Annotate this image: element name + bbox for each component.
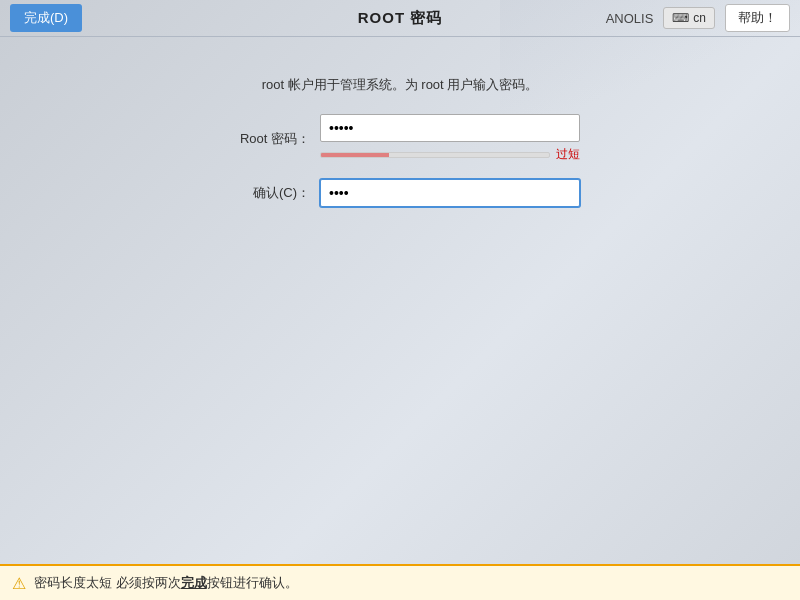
confirm-password-row: 确认(C)： <box>220 179 580 207</box>
warning-highlight: 完成 <box>181 575 207 590</box>
confirm-password-input[interactable] <box>320 179 580 207</box>
root-password-wrapper: 过短 <box>320 114 580 163</box>
strength-bar-area: 过短 <box>320 146 580 163</box>
anolis-label: ANOLIS <box>606 11 654 26</box>
confirm-password-wrapper <box>320 179 580 207</box>
window-title: ROOT 密码 <box>358 9 443 26</box>
warning-text-after: 按钮进行确认。 <box>207 575 298 590</box>
keyboard-language-button[interactable]: ⌨ cn <box>663 7 715 29</box>
warning-icon: ⚠ <box>12 574 26 593</box>
root-password-label: Root 密码： <box>220 130 310 148</box>
root-password-row: Root 密码： 过短 <box>220 114 580 163</box>
keyboard-icon: ⌨ <box>672 11 689 25</box>
main-content: root 帐户用于管理系统。为 root 用户输入密码。 Root 密码： 过短… <box>0 36 800 564</box>
top-bar: 完成(D) ROOT 密码 ANOLIS ⌨ cn 帮助！ <box>0 0 800 36</box>
strength-bar <box>320 152 550 158</box>
bottom-warning-bar: ⚠ 密码长度太短 必须按两次完成按钮进行确认。 <box>0 564 800 600</box>
root-password-input[interactable] <box>320 114 580 142</box>
help-button[interactable]: 帮助！ <box>725 4 790 32</box>
done-button[interactable]: 完成(D) <box>10 4 82 32</box>
top-bar-left: 完成(D) <box>10 4 82 32</box>
form-description: root 帐户用于管理系统。为 root 用户输入密码。 <box>262 76 539 94</box>
form-area: Root 密码： 过短 确认(C)： <box>220 114 580 207</box>
top-divider <box>0 36 800 37</box>
keyboard-lang-label: cn <box>693 11 706 25</box>
top-bar-right: ANOLIS ⌨ cn 帮助！ <box>606 4 790 32</box>
warning-message: 密码长度太短 必须按两次完成按钮进行确认。 <box>34 574 298 592</box>
confirm-password-label: 确认(C)： <box>220 184 310 202</box>
warning-text-before: 密码长度太短 必须按两次 <box>34 575 181 590</box>
strength-label: 过短 <box>556 146 580 163</box>
